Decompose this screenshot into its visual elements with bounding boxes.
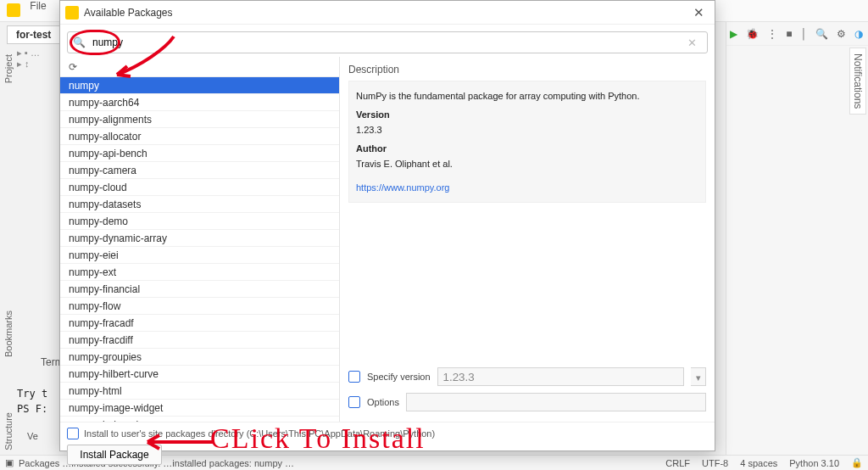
install-user-site-checkbox[interactable] — [67, 428, 79, 439]
dialog-titlebar: Available Packages ✕ — [60, 1, 715, 25]
chevron-down-icon[interactable]: ▾ — [691, 367, 706, 386]
project-tree-stub: ▸ ▪ …▸ ↕ — [17, 48, 54, 80]
package-item[interactable]: numpy-financial — [60, 281, 339, 298]
options-input[interactable] — [406, 393, 706, 411]
status-interpreter[interactable]: Python 3.10 — [789, 458, 839, 468]
sidebar-tab-structure[interactable]: Structure — [2, 407, 15, 456]
status-lock-icon[interactable]: 🔒 — [851, 457, 863, 468]
reload-packages-button[interactable]: ⟳ — [60, 57, 339, 77]
sidebar-tab-project[interactable]: Project — [2, 49, 15, 88]
description-text: NumPy is the fundamental package for arr… — [356, 88, 698, 104]
specify-version-checkbox[interactable] — [348, 371, 360, 383]
specify-version-label: Specify version — [367, 372, 431, 382]
package-item[interactable]: numpy-indexed — [60, 417, 339, 422]
package-item[interactable]: numpy-fracadf — [60, 315, 339, 332]
ai-assistant-icon[interactable]: ◑ — [854, 28, 863, 40]
package-item[interactable]: numpy-groupies — [60, 349, 339, 366]
package-search-box[interactable]: 🔍 ✕ — [67, 31, 708, 53]
more-run-icon[interactable]: ⋮ — [767, 28, 777, 40]
package-item[interactable]: numpy-datasets — [60, 196, 339, 213]
install-user-site-label: Install to user's site packages director… — [84, 428, 435, 439]
search-everywhere-icon[interactable]: 🔍 — [815, 28, 828, 40]
version-value: 1.23.3 — [356, 122, 698, 137]
pycharm-logo-icon — [7, 3, 20, 17]
package-item[interactable]: numpy — [60, 77, 339, 94]
author-label: Author — [356, 141, 698, 156]
refresh-icon: ⟳ — [69, 61, 77, 73]
install-package-button[interactable]: Install Package — [67, 445, 162, 465]
search-icon: 🔍 — [73, 36, 86, 48]
author-value: Travis E. Oliphant et al. — [356, 156, 698, 171]
package-item[interactable]: numpy-hilbert-curve — [60, 366, 339, 383]
package-item[interactable]: numpy-demo — [60, 213, 339, 230]
options-checkbox[interactable] — [348, 396, 360, 408]
debug-icon[interactable]: 🐞 — [746, 28, 759, 40]
clear-search-button[interactable]: ✕ — [682, 36, 702, 50]
dialog-title: Available Packages — [84, 7, 688, 19]
sidebar-tab-notifications[interactable]: Notifications — [849, 48, 866, 115]
homepage-link[interactable]: https://www.numpy.org — [356, 182, 449, 193]
options-label: Options — [367, 397, 399, 407]
package-item[interactable]: numpy-dynamic-array — [60, 230, 339, 247]
package-item[interactable]: numpy-alignments — [60, 111, 339, 128]
available-packages-dialog: Available Packages ✕ 🔍 ✕ ⟳ numpynumpy-aa… — [59, 0, 715, 451]
package-item[interactable]: numpy-flow — [60, 298, 339, 315]
specify-version-input[interactable] — [437, 367, 684, 386]
toolwindow-tab-version[interactable]: Ve — [27, 431, 38, 441]
settings-gear-icon[interactable]: ⚙ — [837, 28, 846, 40]
package-item[interactable]: numpy-fracdiff — [60, 332, 339, 349]
stop-icon[interactable]: ■ — [786, 28, 792, 40]
status-packages-icon: ▣ — [5, 457, 14, 468]
package-item[interactable]: numpy-html — [60, 383, 339, 400]
pycharm-logo-icon — [65, 6, 79, 20]
terminal-peek: Try t PS F: — [17, 386, 47, 417]
version-label: Version — [356, 107, 698, 122]
package-item[interactable]: numpy-camera — [60, 162, 339, 179]
divider: │ — [801, 28, 808, 40]
project-name-tab[interactable]: for-test — [7, 25, 60, 44]
dialog-close-button[interactable]: ✕ — [688, 3, 709, 22]
package-item[interactable]: numpy-allocator — [60, 128, 339, 145]
description-panel: NumPy is the fundamental package for arr… — [348, 81, 706, 203]
package-list[interactable]: numpynumpy-aarch64numpy-alignmentsnumpy-… — [60, 77, 339, 422]
menu-file[interactable]: File — [30, 0, 46, 12]
package-item[interactable]: numpy-image-widget — [60, 400, 339, 417]
package-item[interactable]: numpy-cloud — [60, 179, 339, 196]
run-icon[interactable]: ▶ — [730, 28, 737, 40]
package-item[interactable]: numpy-eiei — [60, 247, 339, 264]
description-header: Description — [348, 64, 706, 76]
package-search-input[interactable] — [91, 36, 682, 49]
sidebar-tab-bookmarks[interactable]: Bookmarks — [2, 305, 15, 362]
package-item[interactable]: numpy-api-bench — [60, 145, 339, 162]
status-indent[interactable]: 4 spaces — [740, 458, 777, 468]
package-item[interactable]: numpy-aarch64 — [60, 94, 339, 111]
package-item[interactable]: numpy-ext — [60, 264, 339, 281]
ide-right-toolbar: ▶ 🐞 ⋮ ■ │ 🔍 ⚙ ◑ ✔ — [726, 22, 868, 455]
